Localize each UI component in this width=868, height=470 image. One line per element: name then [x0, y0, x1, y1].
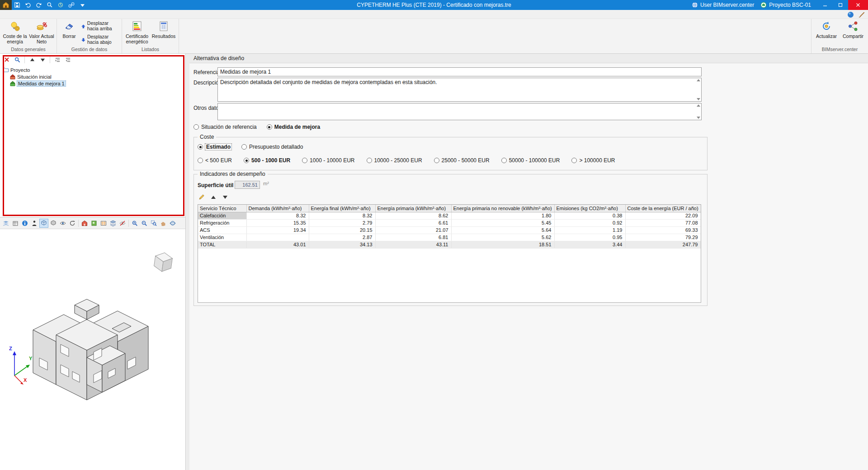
value-cell[interactable]: 2.79 — [309, 219, 375, 226]
value-cell[interactable]: 5.62 — [451, 234, 554, 241]
edit-icon[interactable] — [198, 193, 206, 201]
person-view-icon[interactable] — [30, 219, 39, 228]
col-header[interactable]: Demanda (kWh/m²·año) — [246, 205, 309, 212]
cost-range-option-0[interactable]: < 500 EUR — [198, 157, 232, 164]
appearance-brush-icon[interactable] — [857, 10, 865, 19]
value-cell[interactable]: 34.13 — [309, 241, 375, 248]
delete-icon[interactable] — [2, 55, 11, 64]
certificado-energetico-button[interactable]: Certificado energético — [124, 20, 150, 44]
service-cell[interactable]: ACS — [198, 226, 246, 234]
rotate-view-icon[interactable] — [68, 219, 77, 228]
section-planes-icon[interactable] — [1, 219, 10, 228]
close-button[interactable] — [848, 0, 868, 10]
value-cell[interactable]: 6.81 — [375, 234, 451, 241]
value-cell[interactable]: 3.44 — [554, 241, 625, 248]
value-cell[interactable]: 21.07 — [375, 226, 451, 234]
thermal-model-icon[interactable] — [80, 219, 89, 228]
zones-icon[interactable] — [90, 219, 99, 228]
move-up-icon[interactable] — [28, 55, 37, 64]
hide-elements-icon[interactable] — [118, 219, 127, 228]
scroll-up-icon[interactable] — [697, 79, 700, 81]
cost-range-option-3[interactable]: 10000 - 25000 EUR — [367, 157, 422, 164]
value-cell[interactable]: 8.32 — [309, 212, 375, 219]
zoom-out-icon[interactable] — [140, 219, 149, 228]
cost-range-option-4[interactable]: 25000 - 50000 EUR — [434, 157, 490, 164]
update-elements-icon[interactable] — [55, 0, 66, 10]
undo-icon[interactable] — [23, 0, 33, 10]
descripcion-textarea[interactable]: Descripción detallada del conjunto de me… — [217, 78, 702, 102]
view-mode-icon[interactable] — [39, 219, 48, 228]
value-cell[interactable]: 79.29 — [625, 234, 701, 241]
row-up-icon[interactable] — [209, 193, 217, 201]
value-cell[interactable]: 0.38 — [554, 212, 625, 219]
grid-icon[interactable] — [99, 219, 108, 228]
minimize-button[interactable] — [817, 0, 833, 10]
panel-splitter[interactable] — [186, 54, 189, 470]
value-cell[interactable]: 19.34 — [246, 226, 309, 234]
search-icon[interactable] — [44, 0, 55, 10]
visibility-icon[interactable] — [58, 219, 67, 228]
col-header[interactable]: Emisiones (kg CO2/m²·año) — [554, 205, 625, 212]
col-header[interactable]: Energía final (kWh/m²·año) — [309, 205, 375, 212]
actualizar-button[interactable]: Actualizar — [814, 20, 839, 39]
app-logo-icon[interactable] — [0, 0, 12, 10]
tree-item-proyecto[interactable]: Proyecto — [3, 66, 185, 73]
references-icon[interactable] — [11, 219, 20, 228]
tree-search-icon[interactable] — [13, 55, 22, 64]
value-cell[interactable]: 77.08 — [625, 219, 701, 226]
move-down-icon[interactable] — [38, 55, 47, 64]
cost-range-option-6[interactable]: > 100000 EUR — [571, 157, 615, 164]
service-cell[interactable]: Calefacción — [198, 212, 246, 219]
desplazar-abajo-button[interactable]: Desplazar hacia abajo — [80, 33, 119, 46]
value-cell[interactable]: 69.33 — [625, 226, 701, 234]
value-cell[interactable]: 8.62 — [375, 212, 451, 219]
info-icon[interactable] — [20, 219, 29, 228]
layers-icon[interactable] — [108, 219, 118, 228]
desplazar-arriba-button[interactable]: Desplazar hacia arriba — [80, 20, 119, 33]
presupuesto-detallado-option[interactable]: Presupuesto detallado — [241, 144, 303, 150]
scroll-down-icon[interactable] — [697, 98, 700, 100]
service-cell[interactable]: Ventilación — [198, 234, 246, 241]
estimado-option[interactable]: Estimado — [198, 144, 231, 150]
value-cell[interactable] — [246, 234, 309, 241]
scroll-down-icon[interactable] — [697, 117, 700, 119]
borrar-button[interactable]: Borrar — [59, 20, 79, 39]
col-header[interactable]: Servicio Técnico — [198, 205, 246, 212]
row-down-icon[interactable] — [221, 193, 229, 201]
solid-view-icon[interactable] — [49, 219, 58, 228]
valor-actual-neto-button[interactable]: Valor Actual Neto — [29, 20, 54, 44]
zoom-extents-icon[interactable] — [130, 219, 139, 228]
tree-item-situacion-inicial[interactable]: Situación inicial — [3, 73, 185, 80]
otros-datos-textarea[interactable] — [217, 103, 702, 120]
coste-energia-button[interactable]: Coste de la energía — [2, 20, 28, 44]
col-header[interactable]: Energía primaria (kWh/m²·año) — [375, 205, 451, 212]
service-cell[interactable]: Refrigeración — [198, 219, 246, 226]
cost-range-option-1[interactable]: 500 - 1000 EUR — [244, 157, 290, 164]
col-header[interactable]: Energía primaria no renovable (kWh/m²·añ… — [451, 205, 554, 212]
referencia-input[interactable] — [217, 67, 702, 76]
value-cell[interactable]: 5.45 — [451, 219, 554, 226]
orbit-icon[interactable] — [168, 219, 177, 228]
value-cell[interactable]: 247.79 — [625, 241, 701, 248]
cost-range-option-2[interactable]: 1000 - 10000 EUR — [302, 157, 354, 164]
situacion-referencia-option[interactable]: Situación de referencia — [193, 124, 257, 130]
model-3d-viewport[interactable]: Z Y X — [0, 229, 185, 470]
value-cell[interactable]: 43.01 — [246, 241, 309, 248]
resultados-button[interactable]: Resultados — [151, 20, 176, 39]
compartir-button[interactable]: Compartir — [840, 20, 866, 39]
value-cell[interactable]: 8.32 — [246, 212, 309, 219]
link-icon[interactable] — [66, 0, 77, 10]
view-cube[interactable] — [149, 248, 177, 276]
value-cell[interactable]: 0.92 — [554, 219, 625, 226]
value-cell[interactable]: 15.35 — [246, 219, 309, 226]
pan-icon[interactable] — [159, 219, 168, 228]
value-cell[interactable]: 5.64 — [451, 226, 554, 234]
value-cell[interactable]: 6.61 — [375, 219, 451, 226]
save-icon[interactable] — [12, 0, 23, 10]
tree-item-medidas-mejora-1[interactable]: Medidas de mejora 1 — [3, 80, 185, 87]
value-cell[interactable]: 1.19 — [554, 226, 625, 234]
project-account[interactable]: Proyecto BSC-01 — [760, 2, 811, 8]
redo-icon[interactable] — [33, 0, 44, 10]
maximize-button[interactable] — [833, 0, 848, 10]
scroll-up-icon[interactable] — [697, 104, 700, 107]
